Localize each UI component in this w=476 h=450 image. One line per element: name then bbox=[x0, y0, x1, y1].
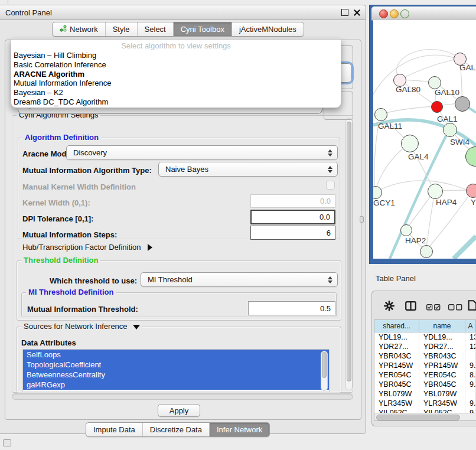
close-icon[interactable] bbox=[354, 9, 360, 16]
dpi-tolerance-field[interactable]: 0.0 bbox=[250, 210, 335, 224]
gear-icon[interactable] bbox=[384, 301, 395, 313]
mi-algorithm-type-label: Mutual Information Algorithm Type: bbox=[22, 166, 152, 175]
network-view-window: GALGAL80GAL10GAL1GAL11SWI4GAL4GCY1HAP4YH… bbox=[369, 5, 476, 264]
table-panel-title: Table Panel bbox=[376, 274, 416, 283]
table-cell: YBL079W bbox=[374, 389, 419, 399]
mi-algorithm-type-select[interactable]: Naive Bayes bbox=[158, 162, 338, 177]
tab-label: Select bbox=[145, 25, 166, 34]
network-node-gal1-neighbor[interactable] bbox=[443, 123, 457, 137]
network-node-hap4[interactable] bbox=[428, 184, 443, 199]
dock-grid-icon[interactable] bbox=[3, 439, 11, 446]
attributes-scrollbar[interactable] bbox=[321, 351, 328, 391]
kernel-width-field[interactable]: 0.0 bbox=[250, 194, 335, 208]
tab-infer-network[interactable]: Infer Network bbox=[209, 423, 269, 436]
close-traffic-light-icon[interactable] bbox=[379, 9, 388, 18]
tab-impute-data[interactable]: Impute Data bbox=[86, 423, 142, 436]
table-row[interactable]: YLR345WYLR345W9. bbox=[374, 399, 476, 408]
tab-label: Cyni Toolbox bbox=[181, 25, 224, 34]
tab-jactivemnodules[interactable]: jActiveMNodules bbox=[232, 22, 304, 36]
panel-splitter-grip[interactable] bbox=[360, 216, 364, 223]
network-node-gal11[interactable] bbox=[374, 108, 387, 121]
mi-steps-field[interactable]: 6 bbox=[250, 226, 335, 240]
sources-title[interactable]: Sources for Network Inference bbox=[21, 322, 142, 331]
kernel-width-value: 0.0 bbox=[320, 197, 331, 206]
table-scrollbar-thumb[interactable] bbox=[376, 415, 460, 420]
table-horizontal-scrollbar[interactable] bbox=[374, 413, 476, 420]
network-node-gray-node[interactable] bbox=[455, 96, 470, 112]
algorithm-option[interactable]: Bayesian – K2 bbox=[11, 88, 341, 97]
network-node-label: Y bbox=[471, 198, 476, 207]
dpi-tolerance-label: DPI Tolerance [0,1]: bbox=[22, 214, 93, 223]
table-row[interactable]: YER054CYER054C8. bbox=[374, 370, 476, 380]
split-columns-icon[interactable] bbox=[405, 301, 416, 312]
dpi-tolerance-value: 0.0 bbox=[319, 213, 330, 221]
settings-vertical-scrollbar[interactable] bbox=[345, 118, 353, 390]
data-attributes-list[interactable]: SelfLoopsTopologicalCoefficientBetweenne… bbox=[22, 349, 330, 392]
mi-threshold-field[interactable]: 0.5 bbox=[248, 301, 335, 315]
network-node-bottom-node[interactable] bbox=[420, 245, 433, 258]
manual-kernel-checkbox[interactable] bbox=[326, 181, 335, 190]
network-node-gal4[interactable] bbox=[401, 135, 419, 152]
attribute-item[interactable]: SelfLoops bbox=[23, 350, 329, 360]
tab-style[interactable]: Style bbox=[105, 22, 137, 36]
deselect-all-icon[interactable] bbox=[448, 304, 462, 312]
algorithm-option[interactable]: ARACNE Algorithm bbox=[11, 70, 341, 79]
network-view-titlebar[interactable] bbox=[371, 6, 476, 21]
stepper-arrows-icon bbox=[328, 166, 332, 173]
table-row[interactable]: YBR045CYBR045C9. bbox=[374, 380, 476, 389]
threshold-definition-title: Threshold Definition bbox=[21, 256, 100, 265]
tab-label: Style bbox=[113, 25, 130, 34]
new-table-icon[interactable] bbox=[467, 300, 476, 312]
settings-scrollbar-thumb[interactable] bbox=[347, 122, 351, 381]
tab-discretize-data[interactable]: Discretize Data bbox=[142, 423, 209, 436]
expander-right-icon bbox=[148, 244, 152, 251]
table-cell: 12 bbox=[465, 342, 476, 351]
network-node-gal1[interactable] bbox=[431, 101, 443, 113]
table-cell: 8. bbox=[465, 370, 476, 380]
attribute-item[interactable]: gal4RGexp bbox=[23, 380, 329, 390]
tab-label: Impute Data bbox=[93, 425, 135, 434]
table-header-cell[interactable]: name bbox=[419, 320, 465, 332]
node-table: shared...nameA YDL19...YDL19...13YDR27..… bbox=[374, 319, 476, 421]
network-node-label: GAL4 bbox=[408, 152, 429, 161]
table-cell: YER054C bbox=[419, 370, 465, 380]
network-node-pink-right[interactable] bbox=[466, 184, 476, 198]
algorithm-option[interactable]: Mutual Information Inference bbox=[11, 79, 341, 88]
table-header-cell[interactable]: shared... bbox=[374, 320, 419, 332]
algorithm-option[interactable]: Bayesian – Hill Climbing bbox=[11, 51, 341, 60]
network-canvas[interactable]: GALGAL80GAL10GAL1GAL11SWI4GAL4GCY1HAP4YH… bbox=[373, 20, 476, 259]
which-threshold-select[interactable]: MI Threshold bbox=[141, 272, 338, 287]
hub-definition-expander[interactable]: Hub/Transcription Factor Definition bbox=[22, 243, 152, 252]
table-cell: YPR145W bbox=[419, 361, 465, 370]
settings-horizontal-scrollbar[interactable] bbox=[12, 393, 353, 400]
algorithm-option[interactable]: Basic Correlation Inference bbox=[11, 60, 341, 70]
network-node-hap2[interactable] bbox=[400, 224, 412, 236]
float-icon[interactable] bbox=[341, 9, 348, 16]
table-row[interactable]: YDL19...YDL19...13 bbox=[374, 332, 476, 342]
mi-threshold-label: Mutual Information Threshold: bbox=[27, 305, 138, 314]
table-panel-window: shared...nameA YDL19...YDL19...13YDR27..… bbox=[371, 291, 476, 426]
table-row[interactable]: YBR043CYBR043C bbox=[374, 351, 476, 361]
minimize-traffic-light-icon[interactable] bbox=[390, 9, 399, 18]
mi-threshold-definition-title: MI Threshold Definition bbox=[26, 288, 116, 296]
network-node-gal10[interactable] bbox=[428, 76, 441, 89]
attribute-item[interactable]: BetweennessCentrality bbox=[23, 370, 329, 380]
zoom-traffic-light-icon[interactable] bbox=[400, 9, 409, 18]
network-node-label: GAL1 bbox=[437, 115, 458, 123]
attributes-scrollbar-thumb[interactable] bbox=[322, 352, 327, 378]
table-header-cell[interactable]: A bbox=[465, 320, 476, 332]
apply-button[interactable]: Apply bbox=[158, 404, 200, 417]
aracne-mode-select[interactable]: Discovery bbox=[66, 145, 338, 160]
algorithm-option[interactable]: Dream8 DC_TDC Algorithm bbox=[11, 97, 341, 107]
tab-network[interactable]: Network bbox=[53, 22, 105, 36]
attribute-item[interactable]: TopologicalCoefficient bbox=[23, 360, 329, 370]
table-row[interactable]: YPR145WYPR145W9. bbox=[374, 361, 476, 370]
algorithm-options: Bayesian – Hill ClimbingBasic Correlatio… bbox=[11, 51, 341, 107]
select-all-icon[interactable] bbox=[426, 304, 441, 312]
table-cell: YLR345W bbox=[419, 399, 465, 408]
tab-select[interactable]: Select bbox=[137, 22, 173, 36]
tab-cyni-toolbox[interactable]: Cyni Toolbox bbox=[173, 22, 232, 36]
table-row[interactable]: YDR27...YDR27...12 bbox=[374, 342, 476, 351]
table-row[interactable]: YBL079WYBL079W bbox=[374, 389, 476, 399]
network-node-label: GAL11 bbox=[378, 122, 402, 131]
